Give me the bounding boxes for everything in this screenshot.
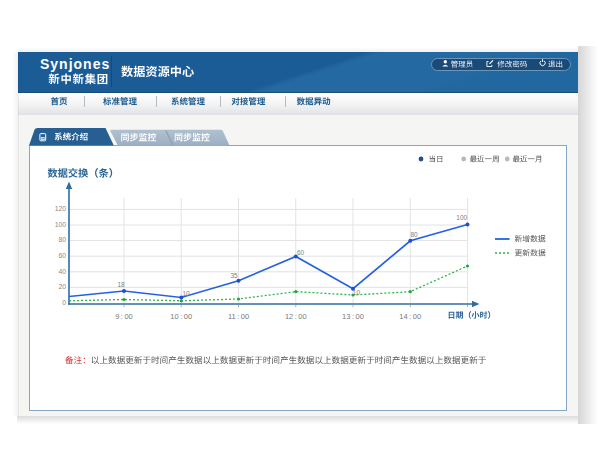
svg-text:60: 60: [297, 249, 305, 256]
svg-text:0: 0: [62, 299, 66, 306]
svg-text:14 : 00: 14 : 00: [399, 312, 421, 321]
svg-text:18: 18: [117, 281, 125, 288]
svg-text:13 : 00: 13 : 00: [342, 312, 364, 321]
svg-text:9 : 00: 9 : 00: [115, 312, 133, 321]
svg-text:100: 100: [456, 214, 467, 221]
svg-text:11 : 00: 11 : 00: [228, 312, 249, 321]
svg-text:10: 10: [353, 289, 361, 296]
svg-text:80: 80: [58, 236, 66, 243]
svg-text:80: 80: [410, 231, 418, 238]
svg-text:12 : 00: 12 : 00: [285, 312, 307, 321]
svg-text:10: 10: [182, 290, 190, 297]
svg-text:10 : 00: 10 : 00: [170, 312, 192, 321]
svg-text:120: 120: [55, 205, 67, 212]
svg-text:40: 40: [58, 268, 66, 275]
svg-text:20: 20: [58, 283, 66, 290]
svg-text:100: 100: [55, 221, 67, 228]
svg-text:35: 35: [230, 272, 238, 279]
svg-text:60: 60: [58, 252, 66, 259]
